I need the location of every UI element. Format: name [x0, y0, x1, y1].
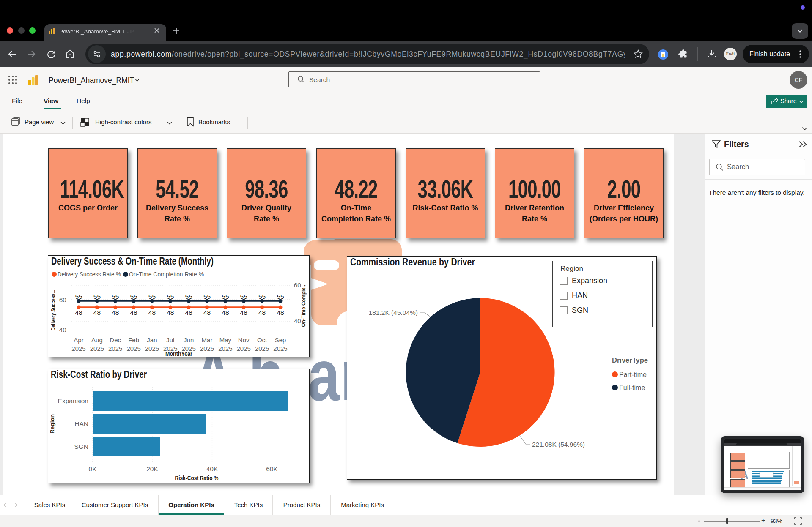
svg-text:Dec: Dec [110, 336, 121, 344]
svg-text:Jun: Jun [184, 336, 194, 344]
svg-text:48: 48 [167, 309, 174, 316]
svg-text:Mar: Mar [202, 336, 213, 344]
svg-text:Full-time: Full-time [619, 384, 645, 391]
svg-text:Jul: Jul [166, 336, 174, 344]
svg-text:Risk-Cost Ratio %: Risk-Cost Ratio % [175, 475, 219, 481]
svg-text:2025: 2025 [108, 345, 122, 352]
svg-text:60: 60 [294, 281, 302, 289]
svg-text:55: 55 [258, 293, 266, 300]
svg-text:2025: 2025 [71, 345, 85, 352]
svg-text:40: 40 [294, 317, 302, 325]
svg-text:On-Time Completion Rate %: On-Time Completion Rate % [129, 271, 204, 278]
svg-text:Delivery Success Rate %: Delivery Success Rate % [58, 271, 121, 278]
svg-text:a: a [308, 336, 340, 416]
svg-text:Sep: Sep [275, 336, 286, 344]
svg-text:55: 55 [130, 293, 137, 300]
svg-text:MonthYear: MonthYear [165, 350, 192, 357]
svg-text:On-Time Comple...: On-Time Comple... [301, 284, 307, 327]
svg-text:55: 55 [185, 293, 192, 300]
svg-text:55: 55 [148, 293, 156, 300]
svg-text:48: 48 [148, 309, 156, 316]
svg-text:2025: 2025 [145, 345, 159, 352]
svg-text:48: 48 [222, 309, 229, 316]
svg-text:55: 55 [167, 293, 174, 300]
svg-text:60K: 60K [266, 465, 278, 472]
svg-text:181.2K (45.04%): 181.2K (45.04%) [369, 309, 418, 316]
svg-text:Part-time: Part-time [619, 371, 647, 378]
svg-text:Apr: Apr [74, 336, 83, 344]
svg-text:Jan: Jan [147, 336, 157, 344]
svg-text:2025: 2025 [255, 345, 269, 352]
svg-text:48: 48 [203, 309, 211, 316]
svg-text:Expansion: Expansion [58, 397, 88, 404]
svg-text:2025: 2025 [126, 345, 140, 352]
svg-text:48: 48 [93, 309, 101, 316]
svg-text:Delivery Success...: Delivery Success... [50, 290, 56, 331]
svg-text:48: 48 [240, 309, 247, 316]
svg-text:48: 48 [185, 309, 192, 316]
svg-text:2025: 2025 [273, 345, 287, 352]
svg-text:2025: 2025 [218, 345, 232, 352]
svg-text:221.08K (54.96%): 221.08K (54.96%) [532, 441, 585, 448]
svg-text:SGN: SGN [74, 443, 88, 450]
svg-text:55: 55 [203, 293, 211, 300]
svg-text:2025: 2025 [90, 345, 104, 352]
svg-text:55: 55 [240, 293, 247, 300]
svg-text:Commission Revenue by Driver: Commission Revenue by Driver [350, 256, 475, 268]
svg-text:Feb: Feb [128, 336, 139, 344]
svg-text:Risk-Cost Ratio by Driver: Risk-Cost Ratio by Driver [51, 369, 147, 380]
svg-text:48: 48 [75, 309, 82, 316]
svg-text:48: 48 [277, 309, 284, 316]
svg-text:HAN: HAN [74, 420, 88, 427]
svg-text:55: 55 [222, 293, 229, 300]
svg-text:DriverType: DriverType [612, 356, 648, 364]
svg-text:48: 48 [112, 309, 119, 316]
svg-text:May: May [219, 336, 232, 344]
svg-text:Aug: Aug [91, 336, 103, 344]
svg-text:Nov: Nov [238, 336, 250, 344]
svg-text:20K: 20K [146, 465, 158, 472]
svg-text:Region: Region [49, 414, 55, 434]
svg-text:Oct: Oct [257, 336, 267, 344]
svg-text:60: 60 [59, 296, 67, 303]
svg-text:40K: 40K [206, 465, 218, 472]
svg-text:2025: 2025 [200, 345, 214, 352]
svg-text:55: 55 [112, 293, 119, 300]
svg-text:48: 48 [258, 309, 266, 316]
svg-text:48: 48 [130, 309, 137, 316]
svg-text:55: 55 [75, 293, 82, 300]
svg-text:0K: 0K [89, 465, 97, 472]
svg-text:Delivery Success & On-Time Rat: Delivery Success & On-Time Rate (Monthly… [51, 255, 214, 267]
svg-text:55: 55 [277, 293, 284, 300]
svg-text:40: 40 [59, 326, 67, 333]
svg-text:2025: 2025 [237, 345, 251, 352]
svg-text:55: 55 [93, 293, 101, 300]
